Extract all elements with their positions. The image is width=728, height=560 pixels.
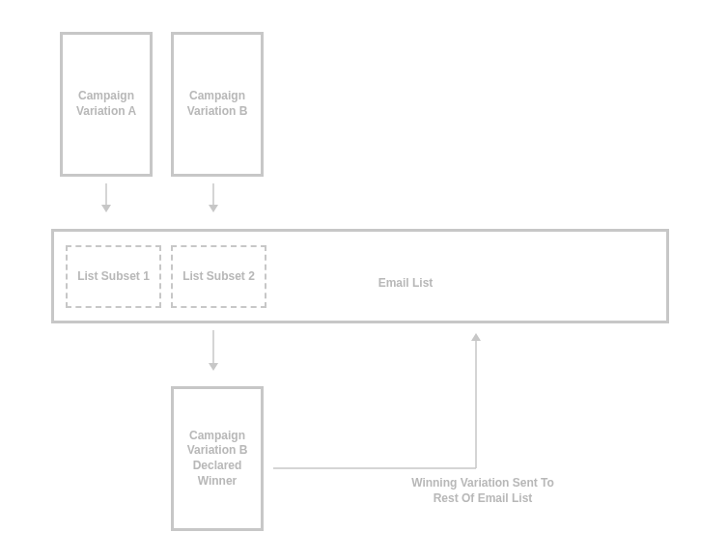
email-list-label: Email List [367,276,444,292]
list-subset-2-label: List Subset 2 [182,269,255,285]
winner-label: Campaign Variation B Declared Winner [180,429,255,489]
ab-test-diagram: Campaign Variation A Campaign Variation … [0,0,728,560]
arrow-b-to-list [208,183,219,216]
campaign-variation-a-box: Campaign Variation A [60,32,153,177]
svg-marker-5 [209,363,218,371]
svg-marker-3 [209,205,218,212]
campaign-variation-b-box: Campaign Variation B [171,32,264,177]
svg-marker-8 [471,333,481,341]
arrow-winner-to-rest [264,323,486,488]
list-subset-1-label: List Subset 1 [77,269,150,285]
svg-marker-1 [101,205,111,212]
winning-note-label: Winning Variation Sent To Rest Of Email … [406,476,560,506]
campaign-variation-b-label: Campaign Variation B [180,89,255,119]
arrow-a-to-list [100,183,112,216]
list-subset-2-box: List Subset 2 [171,245,266,308]
winner-box: Campaign Variation B Declared Winner [171,386,264,531]
arrow-list-to-winner [208,330,219,375]
campaign-variation-a-label: Campaign Variation A [69,89,144,119]
list-subset-1-box: List Subset 1 [66,245,161,308]
